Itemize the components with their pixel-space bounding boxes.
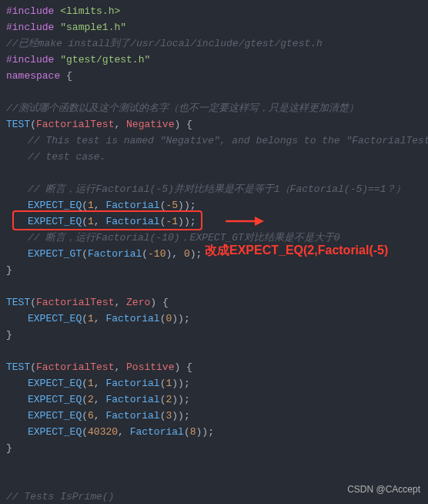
- code-line: #include "gtest/gtest.h": [6, 52, 422, 68]
- code-line: }: [6, 440, 422, 456]
- code-line: EXPECT_EQ(40320, Factorial(8));: [6, 424, 422, 440]
- code-line: EXPECT_EQ(1, Factorial(1));: [6, 375, 422, 391]
- code-line: EXPECT_EQ(1, Factorial(-1));: [6, 213, 422, 230]
- code-editor[interactable]: #include <limits.h> #include "sample1.h"…: [6, 3, 422, 504]
- code-line: EXPECT_EQ(1, Factorial(0));: [6, 311, 422, 327]
- code-line: EXPECT_EQ(2, Factorial(2));: [6, 391, 422, 408]
- code-line: // 断言，运行Factorial(-10)，EXPECT_GT对比结果是不是大…: [6, 230, 422, 246]
- code-line: #include <limits.h>: [6, 3, 422, 19]
- code-line: //测试哪个函数以及这个测试的名字（也不一定要这样写，只是这样更加清楚）: [6, 100, 422, 116]
- code-line: EXPECT_GT(Factorial(-10), 0);: [6, 246, 422, 262]
- code-line: // 断言，运行Factorial(-5)并对比结果是不是等于1（Factori…: [6, 181, 422, 197]
- blank-line: [6, 165, 422, 181]
- code-line: TEST(FactorialTest, Positive) {: [6, 359, 422, 375]
- code-line: // test case.: [6, 149, 422, 165]
- code-line: //已经make install到了/usr/local/include/gte…: [6, 35, 422, 52]
- blank-line: [6, 84, 422, 100]
- blank-line: [6, 472, 422, 489]
- code-line: EXPECT_EQ(6, Factorial(3));: [6, 408, 422, 424]
- code-line: namespace {: [6, 68, 422, 84]
- blank-line: [6, 343, 422, 359]
- code-line: }: [6, 327, 422, 343]
- blank-line: [6, 278, 422, 294]
- code-line: // This test is named "Negative", and be…: [6, 133, 422, 149]
- code-line: }: [6, 262, 422, 278]
- blank-line: [6, 456, 422, 472]
- code-line: TEST(FactorialTest, Negative) {: [6, 116, 422, 133]
- code-line: // Tests IsPrime(): [6, 489, 422, 504]
- code-line: EXPECT_EQ(1, Factorial(-5));: [6, 197, 422, 213]
- code-line: TEST(FactorialTest, Zero) {: [6, 294, 422, 311]
- code-line: #include "sample1.h": [6, 19, 422, 35]
